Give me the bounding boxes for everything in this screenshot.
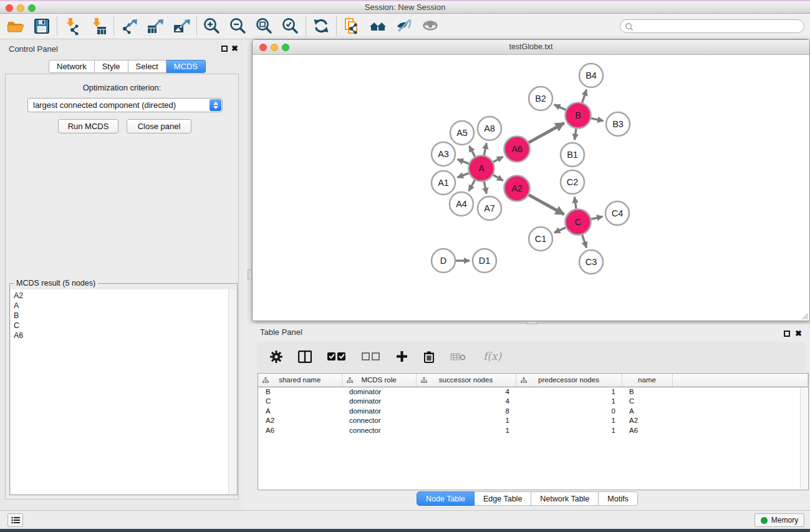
graph-node-C2[interactable]: C2 [561, 170, 584, 194]
close-window-light[interactable] [6, 4, 13, 12]
graph-edge-A-A5[interactable] [469, 146, 475, 157]
table-row[interactable]: Adominator80A [258, 406, 808, 416]
task-history-button[interactable] [7, 513, 23, 527]
tab-network-table[interactable]: Network Table [531, 491, 599, 506]
graph-edge-A-A8[interactable] [484, 143, 486, 155]
optimization-criterion-dropdown[interactable]: largest connected component (directed) [27, 98, 223, 112]
open-file-icon[interactable] [2, 15, 29, 37]
tab-motifs[interactable]: Motifs [599, 491, 637, 506]
graph-node-C[interactable]: C [566, 210, 591, 235]
network-minimize-light[interactable] [271, 44, 278, 51]
export-table-icon[interactable] [142, 15, 168, 37]
search-input[interactable] [635, 21, 798, 32]
graph-edge-A-A2[interactable] [493, 175, 503, 181]
export-network-icon[interactable] [116, 15, 142, 37]
import-table-icon[interactable] [85, 15, 112, 37]
save-session-icon[interactable] [29, 15, 55, 37]
column-header-name[interactable]: name [622, 374, 672, 387]
vertical-splitter-handle[interactable] [248, 269, 252, 279]
split-view-icon[interactable] [298, 351, 312, 363]
delete-table-icon[interactable] [450, 352, 466, 362]
network-canvas[interactable]: B4B2BB3A8A5A6A3B1AC2A1A2A4A7C4CC1DD1C3 [253, 55, 809, 321]
mcds-result-item[interactable]: C [11, 321, 236, 331]
resize-grip-icon[interactable] [800, 311, 809, 320]
column-header-shared-name[interactable]: shared name [258, 374, 342, 387]
refresh-icon[interactable] [308, 15, 334, 37]
graph-edge-B-B3[interactable] [591, 118, 604, 121]
graph-edge-A6-B[interactable] [529, 123, 564, 142]
graph-edge-A-A7[interactable] [484, 181, 486, 193]
mcds-result-item[interactable]: A2 [11, 291, 236, 301]
zoom-out-icon[interactable] [225, 15, 251, 37]
table-row[interactable]: Bdominator41B [258, 387, 808, 397]
graph-node-D1[interactable]: D1 [473, 249, 496, 273]
home-icon[interactable] [365, 15, 391, 37]
graph-node-B4[interactable]: B4 [579, 64, 603, 87]
network-from-file-icon[interactable] [339, 15, 365, 37]
control-panel-close-icon[interactable]: ✖ [231, 44, 238, 53]
graph-node-C1[interactable]: C1 [529, 227, 552, 251]
function-icon[interactable]: f(x) [482, 350, 503, 364]
table-row[interactable]: Cdominator41C [258, 397, 808, 407]
graph-node-A[interactable]: A [469, 156, 494, 181]
graph-edge-C-C1[interactable] [554, 228, 566, 233]
graph-edge-C-C2[interactable] [574, 197, 576, 209]
graph-node-B[interactable]: B [566, 103, 591, 128]
graph-node-B3[interactable]: B3 [606, 112, 630, 136]
network-close-light[interactable] [259, 44, 267, 51]
table-panel-float-icon[interactable] [784, 331, 790, 337]
graph-node-A1[interactable]: A1 [432, 171, 455, 195]
graph-node-A2[interactable]: A2 [504, 176, 530, 201]
show-eye-icon[interactable] [417, 15, 443, 37]
graph-node-A3[interactable]: A3 [432, 142, 455, 166]
graph-edge-A-A6[interactable] [493, 157, 503, 162]
mcds-result-item[interactable]: B [11, 311, 236, 321]
graph-node-A5[interactable]: A5 [450, 121, 474, 145]
graph-node-B2[interactable]: B2 [529, 87, 552, 110]
graph-edge-B-B2[interactable] [554, 105, 566, 110]
export-image-icon[interactable] [168, 15, 195, 37]
graph-edge-B-B4[interactable] [582, 90, 587, 103]
delete-column-icon[interactable] [423, 351, 435, 363]
zoom-selected-icon[interactable] [277, 15, 304, 37]
tab-style[interactable]: Style [95, 60, 128, 73]
table-scrollbar[interactable] [800, 387, 808, 489]
column-header-MCDS-role[interactable]: MCDS role [342, 374, 416, 387]
network-zoom-light[interactable] [282, 44, 289, 51]
mcds-result-scrollbar[interactable] [228, 289, 236, 494]
gear-icon[interactable] [270, 351, 282, 363]
graph-node-B1[interactable]: B1 [561, 143, 584, 167]
add-column-icon[interactable] [396, 351, 408, 362]
graph-edge-A-A3[interactable] [457, 159, 468, 163]
column-header-predecessor-nodes[interactable]: predecessor nodes [516, 374, 622, 387]
zoom-window-light[interactable] [28, 4, 36, 12]
mcds-result-item[interactable]: A6 [11, 331, 236, 341]
hide-eye-icon[interactable] [391, 15, 417, 37]
table-row[interactable]: A6connector11A6 [258, 425, 808, 435]
graph-node-A7[interactable]: A7 [478, 196, 501, 220]
table-panel-close-icon[interactable]: ✖ [795, 329, 802, 338]
zoom-in-icon[interactable] [199, 15, 225, 37]
import-network-icon[interactable] [59, 15, 85, 37]
tab-network[interactable]: Network [49, 60, 95, 73]
table-row[interactable]: A2connector11A2 [258, 416, 808, 426]
graph-edge-A-A4[interactable] [469, 180, 475, 191]
column-header-successor-nodes[interactable]: successor nodes [416, 374, 516, 387]
graph-edge-C-C3[interactable] [582, 235, 587, 248]
graph-node-A8[interactable]: A8 [478, 117, 501, 140]
graph-node-A6[interactable]: A6 [504, 137, 530, 162]
zoom-fit-icon[interactable] [251, 15, 277, 37]
control-panel-float-icon[interactable] [221, 46, 228, 52]
minimize-window-light[interactable] [17, 4, 24, 12]
graph-edge-A-A1[interactable] [457, 173, 468, 178]
mcds-result-item[interactable]: A [11, 301, 236, 311]
tab-node-table[interactable]: Node Table [417, 491, 475, 506]
tab-edge-table[interactable]: Edge Table [475, 491, 531, 506]
graph-node-C3[interactable]: C3 [579, 250, 603, 274]
graph-edge-B-B1[interactable] [574, 128, 576, 140]
tab-mcds[interactable]: MCDS [166, 60, 206, 73]
graph-node-C4[interactable]: C4 [605, 201, 629, 225]
graph-node-A4[interactable]: A4 [450, 192, 473, 216]
memory-button[interactable]: Memory [755, 513, 804, 527]
run-mcds-button[interactable]: Run MCDS [58, 119, 118, 133]
